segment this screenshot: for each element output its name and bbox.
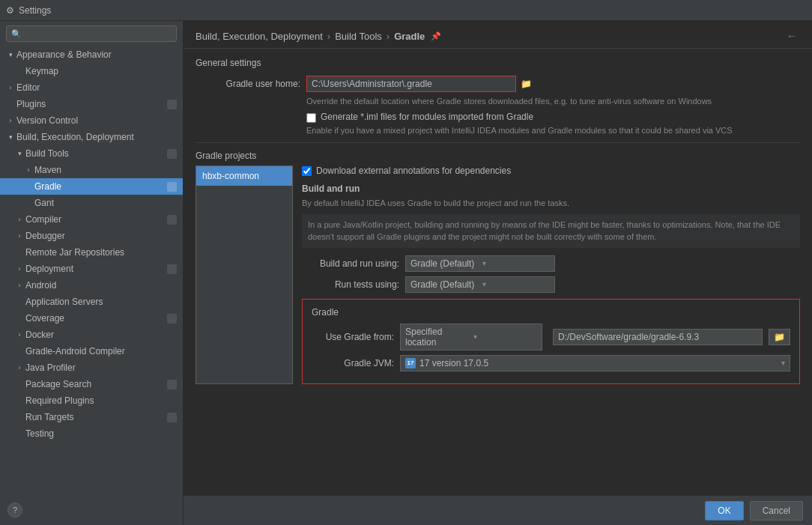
search-box[interactable]: 🔍 bbox=[6, 25, 177, 42]
search-icon: 🔍 bbox=[11, 29, 22, 39]
title-bar: ⚙ Settings bbox=[0, 0, 812, 21]
badge-icon bbox=[167, 380, 177, 389]
dropdown-arrow-icon: ▾ bbox=[482, 280, 550, 288]
expand-arrow bbox=[15, 396, 24, 405]
gradle-user-home-label: Gradle user home: bbox=[196, 79, 300, 89]
expand-arrow: › bbox=[15, 330, 24, 339]
content-area: Build, Execution, Deployment › Build Too… bbox=[184, 21, 812, 525]
build-and-run-using-row: Build and run using: Gradle (Default) ▾ bbox=[302, 255, 800, 272]
sidebar-item-label: Version Control bbox=[16, 115, 177, 126]
download-annotations-checkbox[interactable] bbox=[302, 166, 312, 176]
back-button[interactable]: ← bbox=[784, 28, 800, 43]
dropdown-arrow-icon: ▾ bbox=[781, 359, 785, 367]
sidebar-item-docker[interactable]: › Docker bbox=[0, 327, 183, 343]
cancel-button[interactable]: Cancel bbox=[750, 501, 803, 521]
gradle-jvm-value: 17 version 17.0.5 bbox=[419, 358, 781, 368]
build-run-section: Build and run By default IntelliJ IDEA u… bbox=[302, 183, 800, 248]
build-and-run-using-select[interactable]: Gradle (Default) ▾ bbox=[405, 255, 555, 272]
help-button[interactable]: ? bbox=[7, 503, 22, 518]
gradle-jvm-row: Gradle JVM: 17 17 version 17.0.5 ▾ bbox=[312, 355, 790, 371]
gradle-jvm-select[interactable]: 17 17 version 17.0.5 ▾ bbox=[400, 355, 790, 371]
sidebar-item-package-search[interactable]: Package Search bbox=[0, 376, 183, 392]
window-title: Settings bbox=[19, 5, 51, 16]
generate-iml-checkbox[interactable] bbox=[306, 113, 316, 123]
sidebar-item-plugins[interactable]: Plugins bbox=[0, 96, 183, 112]
expand-arrow bbox=[15, 429, 24, 438]
dropdown-arrow-icon: ▾ bbox=[473, 333, 537, 341]
use-gradle-from-select[interactable]: Specified location ▾ bbox=[400, 324, 542, 350]
sidebar-item-required-plugins[interactable]: Required Plugins bbox=[0, 392, 183, 409]
expand-arrow: › bbox=[15, 215, 24, 224]
run-tests-using-row: Run tests using: Gradle (Default) ▾ bbox=[302, 276, 800, 293]
expand-arrow: › bbox=[15, 264, 24, 273]
breadcrumb-item-3: Gradle bbox=[394, 31, 425, 42]
gradle-path-folder-button[interactable]: 📁 bbox=[769, 329, 790, 345]
badge-icon bbox=[167, 149, 177, 159]
expand-arrow: › bbox=[15, 281, 24, 290]
expand-arrow: › bbox=[15, 363, 24, 372]
jvm-java-icon: 17 bbox=[405, 358, 416, 368]
expand-arrow bbox=[15, 67, 24, 76]
dropdown-arrow-icon: ▾ bbox=[482, 259, 550, 267]
sidebar-item-debugger[interactable]: › Debugger bbox=[0, 228, 183, 244]
badge-icon bbox=[167, 182, 177, 192]
sidebar-item-gradle-android-compiler[interactable]: Gradle-Android Compiler bbox=[0, 343, 183, 359]
search-input[interactable] bbox=[25, 28, 172, 39]
use-gradle-from-label: Use Gradle from: bbox=[312, 332, 394, 342]
sidebar-item-label: Appearance & Behavior bbox=[16, 49, 177, 60]
sidebar-item-java-profiler[interactable]: › Java Profiler bbox=[0, 359, 183, 376]
sidebar-item-label: Deployment bbox=[25, 264, 167, 274]
sidebar-item-label: Build, Execution, Deployment bbox=[16, 132, 177, 142]
sidebar-item-android[interactable]: › Android bbox=[0, 277, 183, 294]
sidebar-item-label: Package Search bbox=[25, 379, 167, 389]
sidebar-item-label: Debugger bbox=[25, 231, 177, 241]
app-icon: ⚙ bbox=[6, 5, 14, 16]
breadcrumb-pin-icon[interactable]: 📌 bbox=[431, 31, 441, 41]
sidebar-item-keymap[interactable]: Keymap bbox=[0, 63, 183, 79]
download-annotations-row: Download external annotations for depend… bbox=[302, 166, 800, 176]
gradle-home-folder-icon[interactable]: 📁 bbox=[521, 79, 532, 89]
gradle-path-input[interactable] bbox=[553, 329, 763, 345]
sidebar-item-editor[interactable]: › Editor bbox=[0, 79, 183, 96]
sidebar-item-remote-jar-repositories[interactable]: Remote Jar Repositories bbox=[0, 244, 183, 261]
sidebar-item-version-control[interactable]: › Version Control bbox=[0, 112, 183, 129]
sidebar-item-label: Compiler bbox=[25, 214, 167, 225]
breadcrumb-separator: › bbox=[387, 31, 390, 42]
sidebar-item-deployment[interactable]: › Deployment bbox=[0, 261, 183, 277]
nav-tree: ▾ Appearance & Behavior Keymap › Editor … bbox=[0, 46, 183, 525]
use-gradle-from-row: Use Gradle from: Specified location ▾ 📁 bbox=[312, 324, 790, 350]
expand-arrow bbox=[15, 380, 24, 389]
sidebar-item-appearance-behavior[interactable]: ▾ Appearance & Behavior bbox=[0, 46, 183, 63]
gradle-section-title: Gradle bbox=[312, 307, 790, 318]
sidebar-item-label: Keymap bbox=[25, 66, 177, 76]
sidebar-item-compiler[interactable]: › Compiler bbox=[0, 211, 183, 228]
sidebar-item-gradle[interactable]: Gradle bbox=[0, 178, 183, 195]
build-and-run-using-value: Gradle (Default) bbox=[410, 258, 478, 269]
expand-arrow bbox=[15, 347, 24, 356]
sidebar-item-run-targets[interactable]: Run Targets bbox=[0, 409, 183, 425]
sidebar-item-build-execution-deployment[interactable]: ▾ Build, Execution, Deployment bbox=[0, 129, 183, 145]
sidebar-item-label: Editor bbox=[16, 82, 177, 93]
expand-arrow: › bbox=[24, 166, 33, 175]
run-tests-using-select[interactable]: Gradle (Default) ▾ bbox=[405, 276, 555, 293]
sidebar-item-testing[interactable]: Testing bbox=[0, 425, 183, 442]
gradle-section: Gradle Use Gradle from: Specified locati… bbox=[302, 299, 800, 384]
run-tests-using-label: Run tests using: bbox=[302, 279, 399, 290]
sidebar-item-label: Gant bbox=[34, 198, 177, 208]
build-and-run-title: Build and run bbox=[302, 183, 800, 194]
project-list-item[interactable]: hbxb-common bbox=[196, 166, 292, 186]
gradle-user-home-input[interactable] bbox=[306, 76, 516, 92]
sidebar-item-maven[interactable]: › Maven bbox=[0, 162, 183, 178]
sidebar-item-build-tools[interactable]: ▾ Build Tools bbox=[0, 145, 183, 162]
badge-icon bbox=[167, 100, 177, 109]
sidebar-item-coverage[interactable]: Coverage bbox=[0, 310, 183, 327]
content-body: General settings Gradle user home: 📁 Ove… bbox=[184, 49, 812, 495]
sidebar-item-gant[interactable]: Gant bbox=[0, 195, 183, 211]
breadcrumb: Build, Execution, Deployment › Build Too… bbox=[196, 31, 441, 42]
ok-button[interactable]: OK bbox=[705, 501, 743, 521]
expand-arrow: › bbox=[6, 83, 15, 92]
badge-icon bbox=[167, 314, 177, 324]
sidebar-item-application-servers[interactable]: Application Servers bbox=[0, 294, 183, 310]
build-and-run-desc: By default IntelliJ IDEA uses Gradle to … bbox=[302, 197, 800, 210]
generate-iml-row: Generate *.iml files for modules importe… bbox=[306, 112, 800, 123]
